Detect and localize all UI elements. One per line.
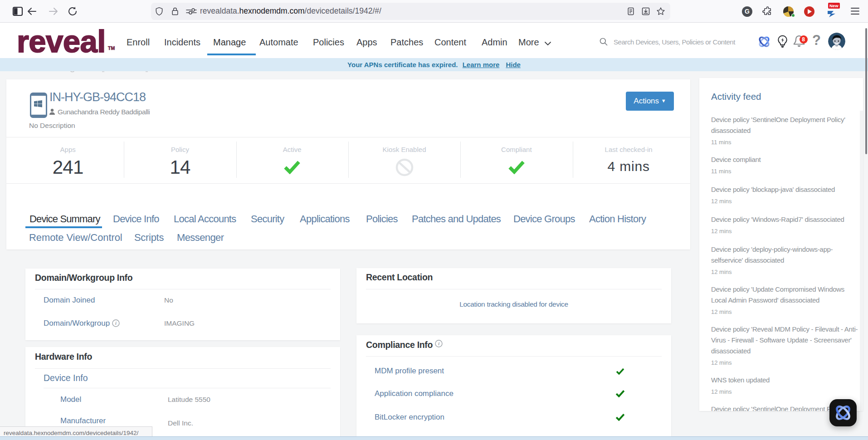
svg-text:i: i xyxy=(115,321,117,326)
svg-text:i: i xyxy=(438,341,439,346)
